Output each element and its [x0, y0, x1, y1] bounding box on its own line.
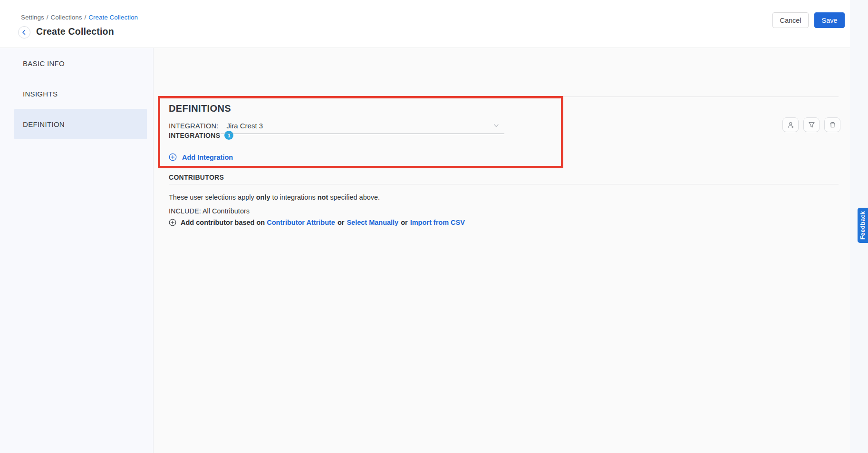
import-from-csv-link[interactable]: Import from CSV — [410, 219, 465, 226]
person-add-icon — [787, 121, 794, 129]
save-button[interactable]: Save — [814, 12, 845, 28]
note-text: to integrations — [270, 193, 318, 201]
select-manually-link[interactable]: Select Manually — [347, 219, 398, 226]
page-header: Settings/Collections/Create Collection C… — [0, 0, 850, 48]
create-collection-page: Settings/Collections/Create Collection C… — [0, 0, 868, 453]
note-text: specified above. — [328, 193, 380, 201]
contributor-attribute-link[interactable]: Contributor Attribute — [267, 219, 335, 226]
breadcrumb-settings[interactable]: Settings — [21, 14, 44, 21]
integration-row: INTEGRATION: Jira Crest 3 — [169, 118, 504, 134]
breadcrumb-separator: / — [85, 14, 87, 21]
page-title: Create Collection — [36, 26, 114, 37]
note-bold-only: only — [256, 193, 270, 201]
breadcrumb-current[interactable]: Create Collection — [88, 14, 138, 21]
sidebar-item-insights[interactable]: INSIGHTS — [0, 78, 153, 109]
integration-select-value: Jira Crest 3 — [226, 122, 263, 130]
sidebar-item-definition[interactable]: DEFINITION — [14, 109, 147, 139]
filter-funnel-icon — [808, 121, 815, 128]
contributors-heading: CONTRIBUTORS — [169, 173, 224, 181]
breadcrumb-separator: / — [47, 14, 48, 21]
contributors-divider — [169, 184, 839, 184]
add-contributor-lead: Add contributor based on — [181, 219, 265, 226]
chevron-down-icon — [493, 122, 500, 129]
integrations-divider — [169, 96, 839, 97]
feedback-tab[interactable]: Feedback — [858, 208, 868, 243]
delete-button[interactable] — [824, 117, 840, 132]
back-button[interactable] — [18, 26, 30, 39]
feedback-tab-label: Feedback — [859, 211, 866, 240]
include-line: INCLUDE: All Contributors — [169, 207, 250, 215]
definition-panel: DEFINITIONS INTEGRATIONS 1 INTEGRATION: … — [154, 48, 850, 453]
trash-icon — [829, 121, 836, 128]
note-bold-not: not — [318, 193, 328, 201]
integration-actions — [782, 117, 840, 132]
breadcrumb-collections[interactable]: Collections — [51, 14, 82, 21]
plus-circle-icon — [169, 219, 176, 226]
or-text: or — [338, 219, 345, 226]
note-text: These user selections apply — [169, 193, 256, 201]
add-contributor-text: Add contributor based on Contributor Att… — [181, 219, 465, 226]
filter-button[interactable] — [803, 117, 820, 132]
plus-circle-icon — [169, 153, 177, 161]
breadcrumb: Settings/Collections/Create Collection — [21, 14, 138, 21]
settings-sidebar: BASIC INFO INSIGHTS DEFINITION — [0, 48, 154, 453]
back-arrow-icon — [21, 29, 28, 36]
add-contributor-line: Add contributor based on Contributor Att… — [169, 219, 465, 226]
add-integration-label: Add Integration — [182, 154, 233, 161]
sidebar-item-basic-info[interactable]: BASIC INFO — [0, 48, 153, 78]
section-title: DEFINITIONS — [169, 103, 231, 114]
cancel-button[interactable]: Cancel — [772, 12, 809, 28]
integration-label: INTEGRATION: — [169, 122, 218, 130]
add-integration-link[interactable]: Add Integration — [169, 153, 233, 161]
contributors-note: These user selections apply only to inte… — [169, 193, 380, 201]
or-text: or — [401, 219, 408, 226]
integration-select[interactable]: Jira Crest 3 — [221, 118, 504, 134]
add-contributor-button[interactable] — [782, 117, 799, 132]
